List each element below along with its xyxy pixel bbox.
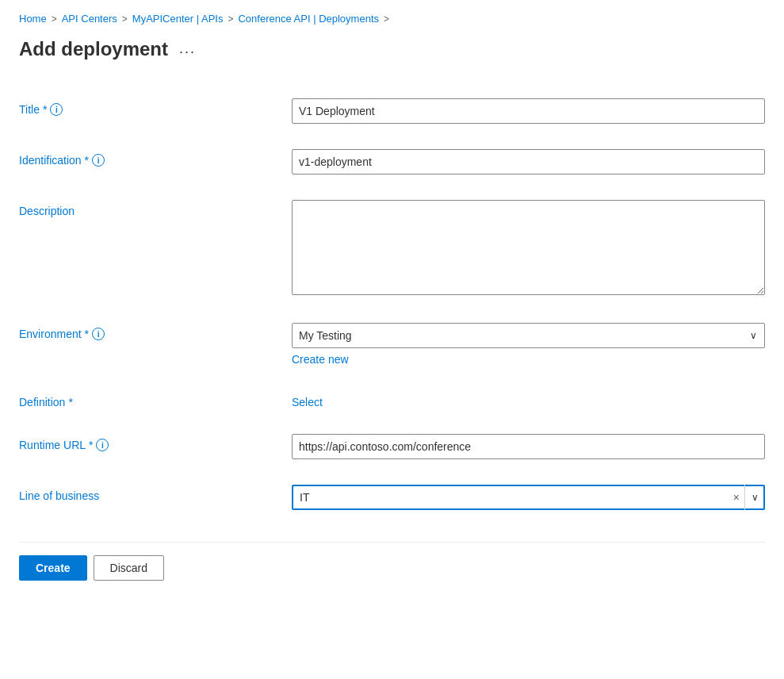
definition-control-col: Select: [292, 391, 765, 409]
runtime-url-input[interactable]: [292, 434, 765, 459]
identification-control-col: [292, 149, 765, 175]
close-icon: ×: [733, 491, 740, 504]
line-of-business-input[interactable]: [292, 485, 765, 510]
runtime-url-label-col: Runtime URL * i: [19, 434, 273, 451]
description-control-col: [292, 200, 765, 297]
form-row-identification: Identification * i: [19, 136, 765, 187]
chevron-down-icon: ∨: [751, 492, 759, 503]
title-label-text: Title: [19, 103, 40, 116]
breadcrumb-separator-2: >: [122, 13, 128, 25]
title-required: *: [43, 103, 47, 116]
title-label: Title * i: [19, 103, 273, 116]
breadcrumb-home[interactable]: Home: [19, 13, 47, 25]
page-title: Add deployment: [19, 38, 168, 60]
environment-label-text: Environment: [19, 328, 82, 340]
definition-label-text: Definition: [19, 396, 65, 409]
line-of-business-label: Line of business: [19, 489, 273, 502]
create-button[interactable]: Create: [19, 555, 87, 581]
identification-input[interactable]: [292, 149, 765, 175]
breadcrumb-separator-4: >: [384, 13, 389, 25]
breadcrumb-separator-3: >: [228, 13, 233, 25]
identification-label-col: Identification * i: [19, 149, 273, 167]
breadcrumb-separator-1: >: [52, 13, 57, 25]
form-row-line-of-business: Line of business × ∨: [19, 472, 765, 523]
line-of-business-control-col: × ∨: [292, 485, 765, 510]
runtime-url-control-col: [292, 434, 765, 459]
definition-required: *: [68, 396, 72, 409]
identification-label: Identification * i: [19, 154, 273, 167]
runtime-url-info-icon[interactable]: i: [96, 439, 109, 451]
form-row-runtime-url: Runtime URL * i: [19, 421, 765, 472]
description-label-text: Description: [19, 205, 75, 217]
form-row-definition: Definition * Select: [19, 378, 765, 421]
runtime-url-required: *: [89, 439, 93, 451]
breadcrumb: Home > API Centers > MyAPICenter | APIs …: [19, 13, 765, 25]
combobox-buttons: × ∨: [729, 485, 765, 510]
form-row-description: Description: [19, 187, 765, 310]
action-buttons: Create Discard: [19, 542, 765, 581]
line-of-business-chevron-button[interactable]: ∨: [744, 485, 765, 510]
title-input[interactable]: [292, 98, 765, 124]
line-of-business-clear-button[interactable]: ×: [729, 485, 744, 510]
definition-label-col: Definition *: [19, 391, 273, 409]
page-header: Add deployment ...: [19, 37, 765, 60]
line-of-business-combobox: × ∨: [292, 485, 765, 510]
form-row-title: Title * i: [19, 86, 765, 136]
ellipsis-button[interactable]: ...: [174, 37, 201, 60]
title-info-icon[interactable]: i: [50, 103, 63, 116]
breadcrumb-conference-api[interactable]: Conference API | Deployments: [238, 13, 379, 25]
description-label-col: Description: [19, 200, 273, 217]
environment-control: My Testing Production Staging Developmen…: [292, 323, 765, 366]
identification-required: *: [85, 154, 89, 167]
environment-select-wrapper: My Testing Production Staging Developmen…: [292, 323, 765, 348]
environment-required: *: [85, 328, 89, 340]
breadcrumb-api-centers[interactable]: API Centers: [62, 13, 117, 25]
identification-info-icon[interactable]: i: [92, 154, 105, 167]
title-control-col: [292, 98, 765, 124]
discard-button[interactable]: Discard: [94, 555, 164, 581]
runtime-url-label: Runtime URL * i: [19, 439, 273, 451]
title-label-col: Title * i: [19, 98, 273, 116]
breadcrumb-my-api-center[interactable]: MyAPICenter | APIs: [132, 13, 224, 25]
line-of-business-label-text: Line of business: [19, 489, 99, 502]
identification-label-text: Identification: [19, 154, 82, 167]
description-textarea[interactable]: [292, 200, 765, 295]
line-of-business-label-col: Line of business: [19, 485, 273, 502]
environment-label: Environment * i: [19, 328, 273, 340]
definition-label: Definition *: [19, 396, 273, 409]
form-container: Title * i Identification * i: [19, 86, 765, 523]
environment-control-col: My Testing Production Staging Developmen…: [292, 323, 765, 366]
environment-label-col: Environment * i: [19, 323, 273, 340]
definition-select-link[interactable]: Select: [292, 391, 323, 409]
create-new-link[interactable]: Create new: [292, 353, 765, 366]
page-container: Home > API Centers > MyAPICenter | APIs …: [0, 0, 784, 612]
runtime-url-label-text: Runtime URL: [19, 439, 86, 451]
description-label: Description: [19, 205, 273, 217]
form-row-environment: Environment * i My Testing Production St…: [19, 310, 765, 378]
environment-select[interactable]: My Testing Production Staging Developmen…: [292, 323, 765, 348]
environment-info-icon[interactable]: i: [92, 328, 105, 340]
